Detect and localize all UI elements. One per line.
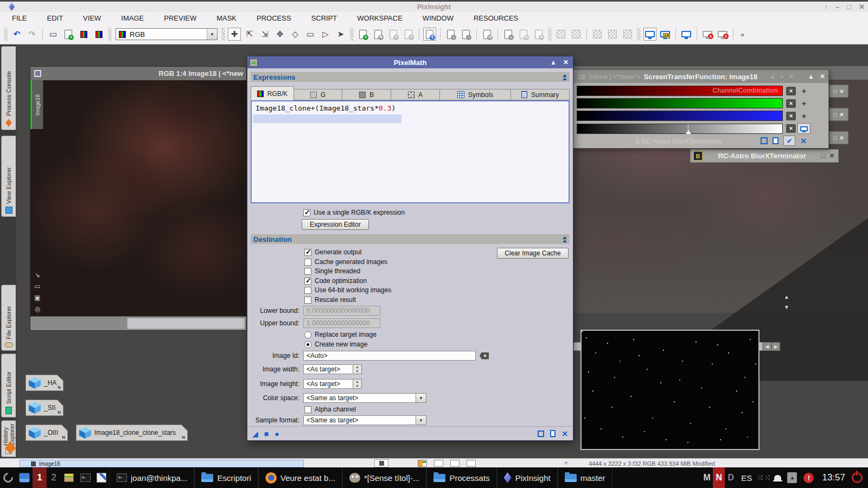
stf-new-instance-icon[interactable] — [761, 137, 768, 144]
menu-workspace[interactable]: WORKSPACE — [357, 12, 403, 24]
process-clone-icon[interactable]: + — [387, 28, 400, 41]
scrollbar-thumb[interactable] — [127, 318, 245, 329]
alpha-channel-row[interactable]: Alpha channel — [304, 406, 356, 413]
stf-enable-icon[interactable] — [643, 28, 656, 41]
task-processats[interactable]: Processats — [426, 467, 496, 488]
expression-editor-area[interactable]: Image18_clone+(Image18_stars*0.3) — [251, 100, 570, 203]
duplicate-view-icon[interactable]: ▣ — [32, 294, 43, 301]
pixelmath-titlebar[interactable]: ∞ PixelMath ▲ ✕ — [247, 56, 573, 68]
pixelmath-dialog[interactable]: ∞ PixelMath ▲ ✕ Expressions RGB/K G B A — [247, 56, 573, 441]
task-firefox[interactable]: Veure estat b... — [258, 467, 342, 488]
single-threaded-checkbox[interactable] — [304, 268, 311, 275]
task-master[interactable]: master — [558, 467, 612, 488]
sample-format-select[interactable]: <Same as target> — [303, 415, 416, 425]
window-keep-above-icon[interactable]: ↑ — [825, 3, 828, 11]
window-close-icon[interactable]: ✕ — [859, 3, 865, 11]
stf-24bit-lut-icon[interactable]: 24 — [659, 28, 672, 41]
close-icon[interactable]: ✕ — [829, 152, 834, 159]
volume-icon[interactable]: ▲ — [787, 472, 797, 483]
process-undo-icon[interactable]: ↺ — [481, 28, 494, 41]
stf-red-reset-icon[interactable]: ✕ — [786, 87, 796, 95]
new-instance-icon[interactable]: ◢ — [252, 429, 258, 438]
expression-editor-button[interactable]: Expression Editor — [302, 219, 369, 230]
create-new-radio[interactable] — [304, 341, 311, 348]
starxterminator-window-stub[interactable]: □✕ — [829, 131, 848, 144]
reset-icon[interactable]: ✕ — [561, 429, 568, 438]
iconized-window-clone-stars[interactable]: Image18_clone_clone_stars N — [76, 425, 188, 441]
window-minimize-icon[interactable]: – — [835, 3, 839, 11]
mask-enable-icon[interactable] — [606, 28, 619, 41]
iconized-window-oiii[interactable]: _OIII N — [25, 425, 68, 441]
edit-preview-icon[interactable]: ▷ — [319, 28, 332, 41]
menu-process[interactable]: PROCESS — [257, 12, 291, 24]
toolbar-grip[interactable] — [108, 28, 112, 41]
active-view-selector[interactable]: Image18 — [20, 460, 304, 467]
channelcombination-window-stub[interactable]: □✕ — [829, 85, 848, 98]
destination-section-header[interactable]: Destination — [251, 234, 570, 244]
alpha-channel-checkbox[interactable] — [304, 406, 311, 413]
stf-track-view-icon[interactable] — [797, 123, 810, 134]
color-space-dropdown-icon[interactable]: ▼ — [416, 393, 426, 403]
task-escriptori[interactable]: Escriptori — [194, 467, 258, 488]
code-optimization-row[interactable]: Code optimization — [304, 277, 367, 285]
stf-titlebar[interactable]: 18_clone | <*new*> ScreenTransferFunctio… — [573, 70, 828, 83]
image-width-field[interactable]: <As target> — [303, 364, 353, 374]
notifications-bell-icon[interactable] — [774, 475, 781, 480]
main-image-window[interactable]: RGB 1:4 Image18 | <*new Image18 ↘ ▭ ▣ ◎ — [30, 66, 247, 331]
redo-icon[interactable]: ↷ — [25, 28, 39, 41]
color-channels-icon[interactable] — [77, 28, 90, 41]
stf-green-reset-icon[interactable]: ✕ — [786, 99, 796, 108]
hidden-window-stub[interactable]: □✕ — [829, 108, 848, 121]
toolbar-overflow-icon[interactable]: » — [741, 30, 743, 38]
workspace-thumb[interactable] — [434, 460, 443, 467]
stf-red-gradient-slider[interactable]: ChannelCombination — [577, 86, 783, 96]
scroll-right-icon[interactable]: ▶ — [771, 342, 780, 351]
workspace-1-button[interactable]: 1 — [33, 467, 47, 488]
editor-launcher-icon[interactable] — [93, 467, 110, 488]
menu-preview[interactable]: PREVIEW — [164, 12, 196, 24]
lower-bound-field[interactable]: 0.0000000000000000 — [303, 306, 380, 316]
clear-image-cache-button[interactable]: Clear Image Cache — [497, 248, 569, 259]
new-window-icon[interactable]: + — [62, 28, 75, 41]
image-id-field[interactable]: <Auto> — [303, 351, 476, 361]
stf-blue-edit-icon[interactable]: + — [799, 112, 809, 120]
new-preview-icon[interactable]: ▭ — [304, 28, 317, 41]
stf-blue-gradient-slider[interactable] — [577, 111, 783, 121]
tray-n-indicator[interactable]: N — [713, 467, 725, 488]
close-icon[interactable]: ✕ — [563, 59, 569, 66]
restore-icon[interactable]: □ — [833, 112, 837, 118]
browse-documentation-icon[interactable] — [538, 431, 544, 437]
clear-image-id-icon[interactable]: ✕ — [480, 352, 489, 359]
navigate-icon[interactable]: ◇ — [289, 28, 302, 41]
replace-target-row[interactable]: Replace target image — [304, 331, 376, 338]
alert-icon[interactable]: ! — [803, 473, 814, 483]
menu-resources[interactable]: RESOURCES — [474, 12, 518, 24]
close-icon[interactable]: ✕ — [820, 73, 825, 80]
restore-icon[interactable]: □ — [821, 152, 825, 159]
window-maximize-icon[interactable]: □ — [847, 3, 851, 11]
package-launcher-icon[interactable] — [61, 467, 77, 488]
shade-icon[interactable]: ▲ — [550, 59, 557, 66]
collapse-section-icon[interactable] — [563, 74, 567, 80]
stf-browse-doc-icon[interactable] — [773, 137, 778, 144]
stf-clear-icon[interactable]: x — [716, 28, 729, 41]
toolbar-grip[interactable] — [221, 28, 225, 41]
process-add-icon[interactable]: + — [402, 28, 415, 41]
process-import-icon[interactable]: ↓ — [444, 28, 457, 41]
undo-icon[interactable]: ↶ — [10, 28, 23, 41]
workspace-thumb-active[interactable] — [418, 460, 427, 467]
power-icon[interactable] — [852, 472, 863, 483]
apply-icon[interactable]: ■ — [264, 429, 269, 438]
task-gimp[interactable]: *[Sense títol]-... — [342, 467, 427, 488]
image-selector-tab[interactable]: Image18 — [30, 80, 43, 129]
process-new-icon[interactable]: + — [356, 28, 369, 41]
toolbar-grip[interactable] — [637, 28, 641, 41]
tray-m-indicator[interactable]: M — [701, 467, 713, 488]
zoom-actual-icon[interactable]: ↘ — [32, 271, 43, 279]
generate-output-row[interactable]: Generate output — [304, 248, 362, 256]
rescale-result-row[interactable]: Rescale result — [304, 296, 356, 304]
stf-reset-icon[interactable]: x — [701, 28, 714, 41]
image-height-spinner[interactable]: ▲▼ — [353, 379, 362, 389]
task-pixinsight[interactable]: PixInsight — [497, 467, 558, 488]
pan-mode-icon[interactable]: ✚ — [228, 28, 241, 41]
